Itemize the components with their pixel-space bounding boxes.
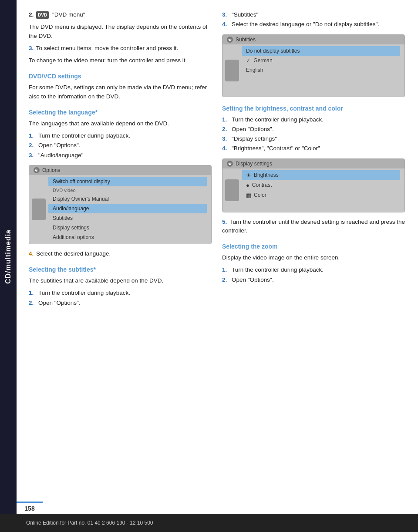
- ui-knob-subtitles: [225, 60, 239, 81]
- lang-step-3-num: 3.: [29, 151, 36, 160]
- step3b-text: To change to the video menu: turn the co…: [29, 56, 212, 65]
- right-step-3: 3. "Subtitles": [222, 10, 405, 19]
- main-content: 2. DVD "DVD menu" The DVD menu is displa…: [17, 0, 418, 347]
- brightness-section-header: Setting the brightness, contrast and col…: [222, 105, 405, 112]
- zoom-step-1: 1. Turn the controller during playback.: [222, 266, 405, 274]
- brightness-step-1-text: Turn the controller during playback.: [232, 115, 324, 124]
- zoom-body: Display the video image on the entire sc…: [222, 253, 405, 262]
- brightness-step-1: 1. Turn the controller during playback.: [222, 115, 405, 124]
- selecting-language-header: Selecting the language*: [29, 109, 212, 116]
- sub-step-2-num: 2.: [29, 299, 36, 307]
- step4-line: 4. Select the desired language.: [29, 249, 212, 258]
- subtitles-body: Do not display subtitles ✓ German Englis…: [222, 44, 405, 97]
- right-steps-top: 3. "Subtitles" 4. Select the desired lan…: [222, 10, 405, 29]
- ui-knob-display: [225, 179, 239, 201]
- display-settings-title: Display settings: [236, 161, 272, 167]
- dvd-vcd-settings-header: DVD/VCD settings: [29, 73, 212, 80]
- step2-number: 2.: [29, 11, 34, 18]
- lang-step-1-num: 1.: [29, 131, 36, 140]
- menu-item-additional-options: Additional options: [48, 232, 207, 242]
- sub-step-1: 1. Turn the controller during playback.: [29, 289, 212, 297]
- subtitles-item-english: English: [242, 65, 400, 75]
- display-item-brightness: ☀ Brightness: [242, 170, 400, 180]
- brightness-icon: ☀: [246, 172, 251, 178]
- zoom-step-1-text: Turn the controller during playback.: [232, 266, 324, 274]
- step5-text: Turn the controller until the desired se…: [222, 219, 405, 234]
- step4-text: Select the desired language.: [36, 250, 111, 257]
- sidebar-label: CD/multimedia: [4, 229, 12, 284]
- brightness-label: Brightness: [254, 172, 279, 178]
- brightness-step-2-text: Open "Options".: [232, 125, 274, 134]
- right-step-4: 4. Select the desired language or "Do no…: [222, 20, 405, 29]
- brightness-step-4-num: 4.: [222, 144, 229, 153]
- lang-step-3: 3. "Audio/language": [29, 151, 212, 160]
- right-step-4-text: Select the desired language or "Do not d…: [232, 20, 379, 29]
- options-title: Options: [42, 167, 60, 173]
- right-step-3-text: "Subtitles": [232, 10, 258, 19]
- language-steps-list: 1. Turn the controller during playback. …: [29, 131, 212, 160]
- brightness-step-2: 2. Open "Options".: [222, 125, 405, 134]
- lang-step-2-num: 2.: [29, 141, 36, 150]
- lang-step-2: 2. Open "Options".: [29, 141, 212, 150]
- step5-num: 5.: [222, 219, 227, 225]
- selecting-subtitles-body: The subtitles that are available depend …: [29, 276, 212, 285]
- step3-number: 3.: [29, 45, 34, 51]
- step3-line: 3. To select menu items: move the contro…: [29, 44, 212, 53]
- brightness-step-3: 3. "Display settings": [222, 135, 405, 143]
- display-settings-titlebar: ☯ Display settings: [222, 159, 405, 168]
- zoom-step-1-num: 1.: [222, 266, 229, 274]
- menu-item-display-settings: Display settings: [48, 223, 207, 232]
- options-titlebar: ☯ Options: [29, 165, 211, 175]
- step3-text: To select menu items: move the controlle…: [36, 45, 178, 51]
- options-body: Switch off control display DVD video Dis…: [29, 175, 211, 244]
- dvd-vcd-settings-body: For some DVDs, settings can only be made…: [29, 83, 212, 101]
- step4-num: 4.: [29, 250, 34, 257]
- right-step-4-num: 4.: [222, 20, 229, 29]
- footer-text: Online Edition for Part no. 01 40 2 606 …: [26, 520, 153, 526]
- step2-body: The DVD menu is displayed. The display d…: [29, 23, 212, 40]
- brightness-steps-list: 1. Turn the controller during playback. …: [222, 115, 405, 153]
- sub-step-2-text: Open "Options".: [38, 299, 81, 307]
- subtitles-titlebar: ☯ Subtitles: [222, 35, 405, 44]
- lang-step-2-text: Open "Options".: [38, 141, 81, 150]
- options-screenshot: ☯ Options Switch off control display DVD…: [29, 165, 212, 244]
- zoom-step-2-num: 2.: [222, 276, 229, 284]
- menu-item-dvd-video: DVD video: [48, 186, 207, 194]
- ui-knob-options: [32, 199, 46, 220]
- sidebar: CD/multimedia: [0, 0, 17, 514]
- lang-step-3-text: "Audio/language": [38, 151, 83, 160]
- subtitles-item-dont-display: Do not display subtitles: [242, 46, 400, 56]
- zoom-step-2-text: Open "Options".: [232, 276, 274, 284]
- brightness-step-2-num: 2.: [222, 125, 229, 134]
- contrast-label: Contrast: [252, 182, 272, 188]
- sub-step-1-num: 1.: [29, 289, 36, 297]
- zoom-step-2: 2. Open "Options".: [222, 276, 405, 284]
- subtitles-item-german: ✓ German: [242, 56, 400, 65]
- menu-item-subtitles: Subtitles: [48, 213, 207, 223]
- dvd-icon: DVD: [36, 11, 49, 19]
- contrast-icon: ●: [246, 182, 249, 189]
- brightness-step-3-text: "Display settings": [232, 135, 277, 143]
- brightness-step-4-text: "Brightness", "Contrast" or "Color": [232, 144, 320, 153]
- selecting-language-body: The languages that are available depend …: [29, 119, 212, 128]
- lang-step-1: 1. Turn the controller during playback.: [29, 131, 212, 140]
- subtitles-steps-list: 1. Turn the controller during playback. …: [29, 289, 212, 307]
- brightness-step-1-num: 1.: [222, 115, 229, 124]
- display-settings-menu: ☀ Brightness ● Contrast ▦ Color: [242, 170, 400, 200]
- display-settings-icon: ☯: [227, 161, 233, 167]
- subtitles-menu: Do not display subtitles ✓ German Englis…: [242, 46, 400, 75]
- menu-item-display-owners: Display Owner's Manual: [48, 194, 207, 204]
- zoom-steps-list: 1. Turn the controller during playback. …: [222, 266, 405, 284]
- lang-step-1-text: Turn the controller during playback.: [38, 131, 130, 140]
- page-number: 158: [24, 505, 34, 512]
- left-column: 2. DVD "DVD menu" The DVD menu is displa…: [29, 10, 212, 312]
- page-number-box: 158: [17, 502, 43, 514]
- options-titlebar-icon: ☯: [34, 167, 40, 173]
- display-item-color: ▦ Color: [242, 190, 400, 200]
- subtitles-titlebar-icon: ☯: [227, 37, 233, 43]
- sub-step-2: 2. Open "Options".: [29, 299, 212, 307]
- display-settings-screenshot: ☯ Display settings ☀ Brightness ● Contra…: [222, 158, 405, 212]
- brightness-step-3-num: 3.: [222, 135, 229, 143]
- zoom-section-header: Selecting the zoom: [222, 243, 405, 250]
- step2-dvd-text: "DVD menu": [52, 11, 85, 18]
